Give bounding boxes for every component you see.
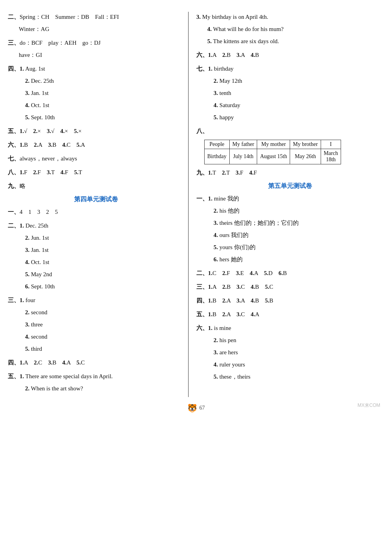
section-san-line1: 三、 do：BCF play：AEH go：DJ bbox=[8, 38, 184, 48]
r-jiu3-v3: F bbox=[240, 168, 249, 178]
u5-liu-n3: 3. bbox=[214, 347, 218, 358]
u4-er-n6: 6. bbox=[25, 281, 29, 292]
r-section-jiu3: 九、 1. T 2. T 3. F 4. F bbox=[196, 168, 384, 178]
u4-er-item3: 3. Jan. 1st bbox=[8, 245, 184, 255]
r-liu3-v3: A bbox=[241, 50, 251, 60]
table-col-people: People bbox=[204, 140, 229, 149]
section-si-val5: Sept. 10th bbox=[29, 112, 55, 123]
r-wu3-item5: 5. The kittens are six days old. bbox=[196, 36, 384, 47]
section-ba-v1: F bbox=[24, 167, 33, 178]
u4-section-si: 四、 1. A 2. C 3. B 4. A 5. C bbox=[8, 357, 184, 368]
u4-er-v1: Dec. 25th bbox=[24, 220, 48, 231]
r-liu3-v2: B bbox=[227, 50, 236, 60]
section-wu-v5: × bbox=[78, 126, 82, 137]
u4-er-v2: Jun. 1st bbox=[29, 233, 49, 243]
r-qi3-n1: 1. bbox=[208, 64, 212, 74]
section-qi-line: 七、 always，never，always bbox=[8, 153, 184, 164]
r-liu3-n3: 3. bbox=[236, 50, 241, 60]
u4-er-v3: Jan. 1st bbox=[29, 245, 49, 255]
section-liu-v1: B bbox=[24, 140, 34, 150]
r-qi3-n2: 2. bbox=[214, 76, 218, 86]
section-san: 三、 do：BCF play：AEH go：DJ have：GI bbox=[8, 38, 184, 60]
u5-si-v2: A bbox=[227, 295, 236, 306]
u4-er-n1: 1. bbox=[20, 220, 24, 231]
u5-si-v3: A bbox=[241, 295, 251, 306]
u5-section-san: 三、 1. A 2. B 3. C 4. B 5. C bbox=[196, 282, 384, 292]
r-wu3-item4: 4. What will he do for his mum? bbox=[196, 24, 384, 35]
section-liu-n2: 2. bbox=[34, 140, 38, 150]
u4-section-san: 三、 1. four 2. second 3. three 4. second bbox=[8, 295, 184, 354]
r-jiu3-v2: T bbox=[226, 168, 236, 178]
u4-si-v1: A bbox=[24, 357, 34, 368]
u4-wu-v1: There are some special days in April. bbox=[24, 371, 113, 382]
u4-si-line: 四、 1. A 2. C 3. B 4. A 5. C bbox=[8, 357, 184, 368]
section-er-text2: Winter：AG bbox=[19, 24, 49, 35]
section-liu-n3: 3. bbox=[48, 140, 53, 150]
r-qi3-v5: happy bbox=[218, 112, 234, 123]
u5-yi-v3: theirs 他们的；她们的；它们的 bbox=[218, 218, 299, 228]
r-liu3-v1: A bbox=[212, 50, 222, 60]
u4-san-item5: 5. third bbox=[8, 344, 184, 354]
r-qi3-v4: Saturday bbox=[218, 100, 240, 111]
u4-si-n4: 4. bbox=[62, 357, 67, 368]
u4-wu-v2: When is the art show? bbox=[29, 383, 83, 394]
table-data-row: Birthday July 14th August 15th May 26th … bbox=[204, 149, 341, 164]
u5-si-n5: 5. bbox=[265, 295, 269, 306]
r-qi3-v2: May 12th bbox=[218, 76, 242, 86]
section-qi-val: always，never，always bbox=[20, 153, 77, 164]
section-wu-n4: 4. bbox=[60, 126, 65, 137]
r-wu3-v4: What will he do for his mum? bbox=[212, 24, 283, 35]
footer-logo: 🐯 bbox=[187, 403, 197, 413]
u5-si-n2: 2. bbox=[222, 295, 227, 306]
u5-yi-v5: yours 你(们)的 bbox=[218, 242, 256, 253]
section-wu-v2: × bbox=[38, 126, 47, 137]
section-ba-v3: T bbox=[51, 167, 60, 178]
r-section-qi3: 七、 1. birthday 2. May 12th 3. tenth 4. S… bbox=[196, 64, 384, 123]
section-er-label: 二、 bbox=[8, 12, 20, 22]
r-wu3-item3: 3. My birthday is on April 4th. bbox=[196, 12, 384, 22]
u5-yi-item5: 5. yours 你(们)的 bbox=[196, 242, 384, 253]
section-si: 四、 1. Aug. 1st 2. Dec. 25th 3. Jan. 1st … bbox=[8, 64, 184, 123]
u5-wu-n4: 4. bbox=[251, 309, 255, 320]
r-section-ba3: 八、 People My father My mother My brother… bbox=[196, 126, 384, 164]
section-wu-n5: 5. bbox=[74, 126, 78, 137]
u4-section-er: 二、 1. Dec. 25th 2. Jun. 1st 3. Jan. 1st … bbox=[8, 220, 184, 292]
watermark: MX来COM bbox=[358, 402, 380, 409]
u4-san-v2: second bbox=[29, 307, 47, 318]
u5-er-v3: E bbox=[240, 268, 250, 279]
u5-er-n2: 2. bbox=[222, 268, 227, 279]
u4-san-v5: third bbox=[29, 344, 42, 354]
section-san-text1: do：BCF play：AEH go：DJ bbox=[20, 38, 101, 48]
u4-er-v5: May 2nd bbox=[29, 269, 52, 280]
u4-si-n3: 3. bbox=[48, 357, 53, 368]
u4-san-item2: 2. second bbox=[8, 307, 184, 318]
u4-san-n2: 2. bbox=[25, 307, 29, 318]
r-wu3-v3: My birthday is on April 4th. bbox=[201, 12, 268, 22]
u5-section-si: 四、 1. B 2. A 3. A 4. B 5. B bbox=[196, 295, 384, 306]
section-si-item5: 5. Sept. 10th bbox=[8, 112, 184, 123]
r-liu3-line: 六、 1. A 2. B 3. A 4. B bbox=[196, 50, 384, 60]
u4-wu-n2: 2. bbox=[25, 383, 29, 394]
section-ba-n5: 5. bbox=[74, 167, 78, 178]
u5-san-v5: C bbox=[269, 282, 273, 292]
u5-san-n4: 4. bbox=[251, 282, 255, 292]
u5-liu-v5: these，theirs bbox=[218, 372, 250, 382]
r-wu3-n4: 4. bbox=[207, 24, 212, 35]
u5-liu-header: 六、 1. is mine bbox=[196, 323, 384, 333]
u5-er-n4: 4. bbox=[250, 268, 254, 279]
section-si-val4: Oct. 1st bbox=[29, 100, 49, 111]
section-si-num3: 3. bbox=[25, 88, 29, 98]
u5-liu-item2: 2. his pen bbox=[196, 335, 384, 346]
u4-wu-n1: 1. bbox=[20, 371, 24, 382]
r-liu3-n1: 1. bbox=[208, 50, 212, 60]
u5-si-n3: 3. bbox=[236, 295, 241, 306]
u5-yi-n4: 4. bbox=[214, 230, 218, 241]
u4-er-n5: 5. bbox=[25, 269, 29, 280]
u5-san-v3: C bbox=[241, 282, 251, 292]
u5-si-n1: 1. bbox=[208, 295, 212, 306]
u5-liu-n1: 1. bbox=[208, 323, 212, 333]
section-ba-v4: F bbox=[65, 167, 74, 178]
u5-si-v5: B bbox=[269, 295, 273, 306]
r-liu3-n4: 4. bbox=[251, 50, 255, 60]
unit5-title: 第五单元测试卷 bbox=[196, 182, 384, 190]
